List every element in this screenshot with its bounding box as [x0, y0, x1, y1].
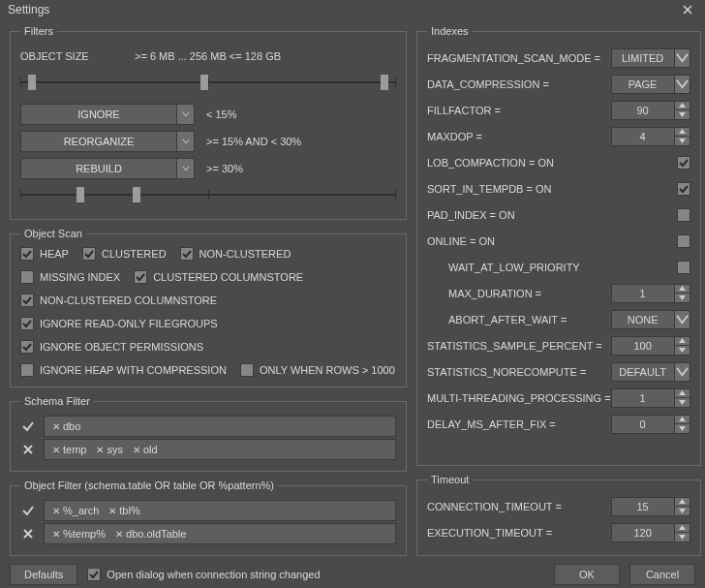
scan-ignore-read-only-filegroups[interactable]: IGNORE READ-ONLY FILEGROUPS	[20, 317, 218, 330]
schema-exclude-input[interactable]: ✕temp✕sys✕old	[44, 439, 396, 460]
stats-sample-input[interactable]: 100	[611, 336, 690, 356]
spin-up-icon[interactable]	[675, 284, 690, 294]
lob-compaction-checkbox[interactable]	[677, 156, 690, 170]
filter-tag[interactable]: ✕temp	[48, 444, 90, 455]
chevron-down-icon[interactable]	[177, 131, 195, 152]
checkbox-icon[interactable]	[20, 363, 34, 377]
checkbox-icon[interactable]	[20, 247, 34, 261]
filter-tag[interactable]: ✕dbo	[48, 420, 84, 432]
checkbox-icon[interactable]	[180, 247, 194, 261]
chevron-down-icon[interactable]	[675, 310, 690, 329]
fillfactor-input[interactable]: 90	[611, 101, 690, 120]
spin-up-icon[interactable]	[675, 523, 690, 533]
combo-value: REORGANIZE	[20, 131, 177, 152]
threshold-action-2[interactable]: REBUILD	[20, 158, 195, 179]
remove-tag-icon[interactable]: ✕	[115, 529, 123, 540]
checkbox-icon[interactable]	[20, 340, 34, 354]
threshold-slider[interactable]	[20, 186, 396, 203]
remove-tag-icon[interactable]: ✕	[52, 506, 60, 516]
spin-down-icon[interactable]	[675, 345, 690, 356]
spin-down-icon[interactable]	[675, 506, 690, 516]
scan-missing-index[interactable]: MISSING INDEX	[20, 270, 120, 284]
object-size-slider[interactable]	[20, 74, 396, 91]
spin-up-icon[interactable]	[675, 388, 690, 398]
checkbox-icon[interactable]	[87, 568, 101, 581]
abort-after-wait-select[interactable]: NONE	[611, 310, 690, 329]
cancel-button[interactable]: Cancel	[629, 564, 695, 585]
spin-down-icon[interactable]	[675, 136, 690, 146]
schema-include-input[interactable]: ✕dbo	[44, 416, 396, 437]
filter-tag[interactable]: ✕sys	[92, 444, 127, 455]
scan-label: NON-CLUSTERED	[199, 248, 291, 260]
chevron-down-icon[interactable]	[675, 75, 690, 94]
filter-tag[interactable]: ✕%temp%	[48, 528, 109, 540]
spin-up-icon[interactable]	[675, 497, 690, 507]
scan-non-clustered-columnstore[interactable]: NON-CLUSTERED COLUMNSTORE	[20, 294, 217, 307]
remove-tag-icon[interactable]: ✕	[52, 529, 60, 540]
online-checkbox[interactable]	[677, 234, 690, 248]
pad-index-checkbox[interactable]	[677, 208, 690, 222]
scan-clustered[interactable]: CLUSTERED	[82, 247, 167, 261]
chevron-down-icon[interactable]	[177, 158, 195, 179]
checkbox-icon[interactable]	[82, 247, 96, 261]
maxdop-input[interactable]: 4	[611, 127, 690, 146]
scan-clustered-columnstore[interactable]: CLUSTERED COLUMNSTORE	[134, 270, 303, 284]
slider-thumb-max[interactable]	[381, 75, 388, 90]
object-exclude-input[interactable]: ✕%temp%✕dbo.oldTable	[44, 523, 396, 544]
slider-thumb-high[interactable]	[133, 187, 140, 202]
sort-in-tempdb-checkbox[interactable]	[677, 182, 690, 196]
data-compression-row: DATA_COMPRESSION =PAGE	[427, 71, 690, 97]
frag-mode-select[interactable]: LIMITED	[611, 48, 690, 68]
execution-timeout-input[interactable]: 120	[611, 523, 690, 542]
chevron-down-icon[interactable]	[675, 48, 690, 68]
defaults-button[interactable]: Defaults	[10, 564, 77, 585]
spin-down-icon[interactable]	[675, 293, 690, 303]
scan-ignore-heap-with-compression[interactable]: IGNORE HEAP WITH COMPRESSION	[20, 363, 227, 377]
multithread-input[interactable]: 1	[611, 388, 690, 408]
checkbox-icon[interactable]	[240, 363, 254, 377]
spin-up-icon[interactable]	[675, 415, 690, 424]
scan-only-when-rows-1000[interactable]: ONLY WHEN ROWS > 1000	[240, 363, 395, 377]
connection-timeout-row: CONNECTION_TIMEOUT =15	[427, 493, 690, 519]
scan-ignore-object-permissions[interactable]: IGNORE OBJECT PERMISSIONS	[20, 340, 203, 354]
spin-up-icon[interactable]	[675, 127, 690, 137]
checkbox-icon[interactable]	[20, 270, 34, 284]
spin-down-icon[interactable]	[675, 109, 690, 120]
spin-up-icon[interactable]	[675, 101, 690, 110]
chevron-down-icon[interactable]	[675, 362, 690, 382]
filter-tag[interactable]: ✕tbl%	[105, 505, 143, 516]
open-dialog-checkbox[interactable]: Open dialog when connection string chang…	[87, 568, 320, 581]
spin-down-icon[interactable]	[675, 532, 690, 542]
remove-tag-icon[interactable]: ✕	[96, 445, 104, 455]
remove-tag-icon[interactable]: ✕	[108, 506, 116, 516]
object-include-input[interactable]: ✕%_arch✕tbl%	[44, 500, 396, 521]
filter-tag[interactable]: ✕%_arch	[48, 505, 103, 516]
threshold-action-1[interactable]: REORGANIZE	[20, 131, 195, 152]
wait-low-checkbox[interactable]	[677, 261, 690, 274]
stats-norecompute-select[interactable]: DEFAULT	[611, 362, 690, 382]
scan-heap[interactable]: HEAP	[20, 247, 69, 261]
remove-tag-icon[interactable]: ✕	[52, 445, 60, 455]
scan-non-clustered[interactable]: NON-CLUSTERED	[180, 247, 291, 261]
remove-tag-icon[interactable]: ✕	[52, 421, 60, 432]
ok-button[interactable]: OK	[554, 564, 620, 585]
chevron-down-icon[interactable]	[177, 104, 195, 125]
slider-thumb-low[interactable]	[77, 187, 84, 202]
data-compression-select[interactable]: PAGE	[611, 75, 690, 94]
spin-up-icon[interactable]	[675, 336, 690, 346]
spin-down-icon[interactable]	[675, 397, 690, 408]
checkbox-icon[interactable]	[134, 270, 147, 284]
close-button[interactable]	[678, 0, 697, 19]
checkbox-icon[interactable]	[20, 294, 34, 307]
delay-ms-input[interactable]: 0	[611, 415, 690, 434]
filter-tag[interactable]: ✕dbo.oldTable	[111, 528, 190, 540]
connection-timeout-input[interactable]: 15	[611, 497, 690, 516]
threshold-action-0[interactable]: IGNORE	[20, 104, 195, 125]
remove-tag-icon[interactable]: ✕	[133, 445, 140, 455]
spin-down-icon[interactable]	[675, 423, 690, 434]
filter-tag[interactable]: ✕old	[129, 444, 162, 455]
max-duration-input[interactable]: 1	[611, 284, 690, 303]
checkbox-icon[interactable]	[20, 317, 34, 330]
slider-thumb-mid[interactable]	[200, 75, 208, 90]
slider-thumb-min[interactable]	[28, 75, 36, 90]
